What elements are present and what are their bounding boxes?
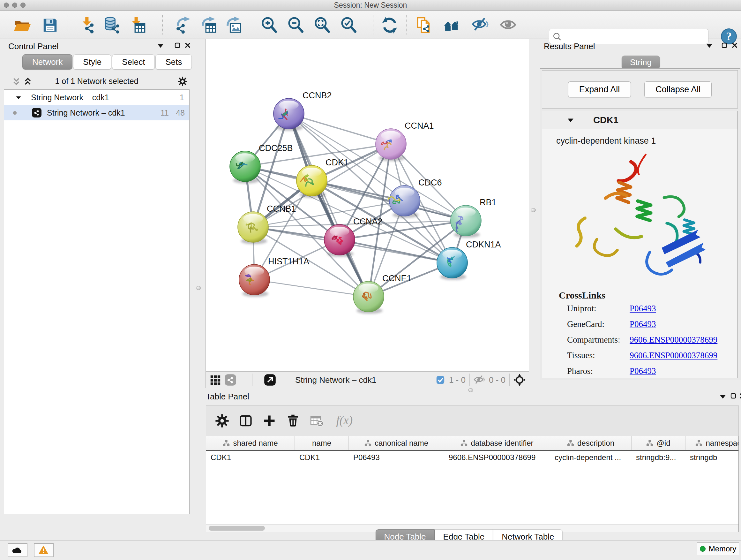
export-network-button[interactable]: [174, 16, 192, 35]
float-panel-icon[interactable]: [174, 42, 181, 49]
node-label: CDK1: [326, 158, 348, 167]
table-cell[interactable]: P06493: [349, 451, 444, 464]
traffic-light-minimize[interactable]: [12, 3, 17, 8]
network-badge-icon[interactable]: [224, 374, 237, 386]
crosslink-link[interactable]: P06493: [630, 319, 656, 329]
tab-style[interactable]: Style: [73, 54, 111, 70]
tree-expander-icon[interactable]: [16, 95, 21, 100]
network-node-CCNA1[interactable]: CCNA1: [376, 121, 434, 161]
birds-eye-crosshair-icon[interactable]: [514, 374, 526, 386]
hide-selected-button[interactable]: [471, 16, 489, 35]
apply-layout-button[interactable]: [381, 16, 399, 35]
tab-string[interactable]: String: [622, 56, 660, 69]
protein-structure-image: [564, 149, 715, 287]
network-edge[interactable]: [340, 240, 452, 263]
column-header-namespace[interactable]: namespace: [685, 436, 739, 450]
clone-network-button[interactable]: [415, 16, 433, 35]
column-header--id[interactable]: @id: [631, 436, 685, 450]
detach-view-icon[interactable]: [264, 374, 276, 386]
warnings-button[interactable]: [34, 543, 54, 557]
network-node-CDK1[interactable]: CDK1: [296, 158, 348, 198]
tab-network[interactable]: Network: [22, 54, 72, 70]
hidden-eye-icon[interactable]: [474, 374, 485, 386]
collapse-section-icon[interactable]: [567, 117, 574, 123]
table-row[interactable]: CDK1CDK1P064939606.ENSP00000378699cyclin…: [206, 451, 738, 464]
column-header-canonical-name[interactable]: canonical name: [349, 436, 444, 450]
collapse-all-button[interactable]: Collapse All: [644, 81, 712, 98]
crosslink-link[interactable]: P06493: [630, 304, 656, 314]
traffic-light-zoom[interactable]: [20, 3, 25, 8]
crosslink-link[interactable]: 9606.ENSP00000378699: [630, 351, 718, 361]
network-node-CCNB2[interactable]: CCNB2: [273, 91, 332, 131]
expand-all-button[interactable]: Expand All: [568, 81, 631, 98]
zoom-fit-button[interactable]: [313, 16, 332, 35]
float-panel-icon[interactable]: [730, 393, 737, 399]
table-cell[interactable]: stringdb:9...: [631, 451, 685, 464]
float-panel-icon[interactable]: [721, 42, 728, 49]
delete-column-icon[interactable]: [286, 414, 300, 428]
export-table-button[interactable]: [199, 16, 217, 35]
selected-checkbox-icon[interactable]: [435, 375, 445, 385]
gene-section: CDK1 cyclin-dependent kinase 1: [542, 111, 738, 378]
panel-menu-icon[interactable]: [719, 393, 726, 400]
close-panel-icon[interactable]: [739, 393, 741, 399]
panel-menu-icon[interactable]: [157, 42, 164, 49]
crosslink-link[interactable]: P06493: [630, 366, 656, 376]
column-header-shared-name[interactable]: shared name: [206, 436, 295, 450]
left-splitter-handle[interactable]: [196, 286, 201, 290]
node-label: CCNA2: [353, 217, 383, 226]
column-label: description: [577, 439, 614, 448]
zoom-in-button[interactable]: [260, 16, 279, 35]
traffic-light-close[interactable]: [4, 3, 9, 8]
network-edge[interactable]: [254, 280, 368, 297]
gene-section-header[interactable]: CDK1: [542, 111, 738, 129]
network-edge[interactable]: [289, 114, 391, 144]
import-network-from-database-button[interactable]: [103, 16, 122, 35]
network-node-CDKN1A[interactable]: CDKN1A: [437, 240, 501, 280]
table-cell[interactable]: stringdb: [685, 451, 739, 464]
network-collection-label: String Network – cdk1: [31, 90, 109, 105]
save-session-button[interactable]: [41, 16, 59, 35]
tab-sets[interactable]: Sets: [155, 54, 192, 70]
show-columns-icon[interactable]: [239, 414, 253, 428]
crosslink-row: Uniprot: P06493: [542, 301, 738, 316]
first-neighbors-button[interactable]: [443, 16, 461, 35]
network-tree-row[interactable]: String Network – cdk1 1: [4, 90, 189, 105]
show-all-button[interactable]: [499, 16, 518, 35]
right-splitter-handle[interactable]: [531, 208, 536, 212]
table-options-gear-icon[interactable]: [215, 414, 229, 428]
grid-view-icon[interactable]: [209, 374, 221, 386]
cloud-status-button[interactable]: [8, 543, 27, 557]
export-image-button[interactable]: [224, 16, 242, 35]
network-node-RB1[interactable]: RB1: [451, 198, 496, 238]
import-network-button[interactable]: [78, 16, 97, 35]
open-session-button[interactable]: [13, 16, 31, 35]
memory-button[interactable]: Memory: [697, 543, 739, 555]
table-cell[interactable]: CDK1: [206, 451, 295, 464]
panel-menu-icon[interactable]: [706, 42, 713, 49]
network-canvas[interactable]: CCNB2 CCNA1 CDC25B CDK1 CDC6 RB1 CCNB1 C…: [206, 39, 529, 371]
column-header-database-identifier[interactable]: database identifier: [444, 436, 550, 450]
crosslink-link[interactable]: 9606.ENSP00000378699: [630, 335, 718, 345]
import-table-button[interactable]: [128, 16, 146, 35]
close-panel-icon[interactable]: [731, 42, 738, 49]
zoom-out-button[interactable]: [286, 16, 305, 35]
network-options-gear-icon[interactable]: [178, 76, 188, 86]
network-node-HIST1H1A[interactable]: HIST1H1A: [239, 257, 309, 297]
close-panel-icon[interactable]: [185, 42, 191, 49]
tab-select[interactable]: Select: [112, 54, 155, 70]
network-node-CCNE1[interactable]: CCNE1: [353, 273, 412, 314]
table-cell[interactable]: cyclin-dependent ...: [550, 451, 631, 464]
delete-table-icon: [310, 414, 324, 428]
network-tree-row[interactable]: String Network – cdk1 11 48: [4, 105, 189, 120]
column-label: @id: [657, 439, 670, 448]
add-column-icon[interactable]: [262, 414, 276, 428]
crosslinks-block: CrossLinks Uniprot: P06493GeneCard: P064…: [542, 290, 738, 379]
table-cell[interactable]: CDK1: [295, 451, 349, 464]
table-cell[interactable]: 9606.ENSP00000378699: [444, 451, 550, 464]
column-header-name[interactable]: name: [295, 436, 349, 450]
zoom-selected-button[interactable]: [340, 16, 358, 35]
network-selected-status: 1 of 1 Network selected: [0, 75, 193, 87]
string-results-pane: Expand All Collapse All CDK1 cyclin-depe…: [540, 68, 740, 380]
column-header-description[interactable]: description: [550, 436, 631, 450]
